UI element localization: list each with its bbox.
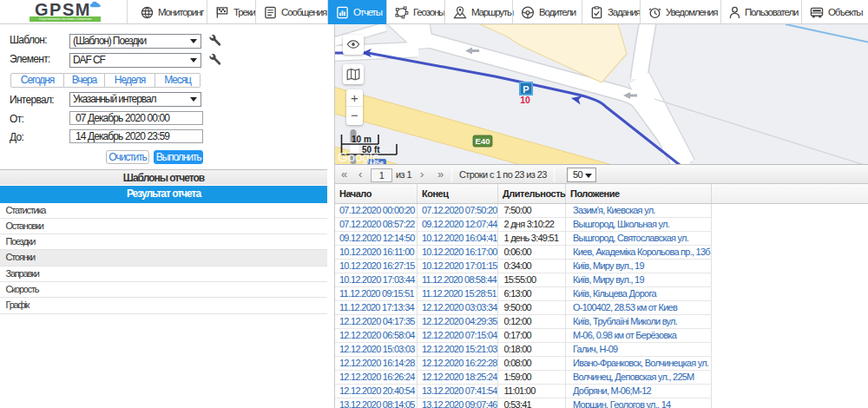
svg-text:10: 10	[520, 95, 530, 105]
svg-text:P: P	[523, 84, 529, 95]
svg-text:E40: E40	[476, 136, 490, 146]
svg-text:Google: Google	[338, 149, 379, 164]
svg-text:10 m: 10 m	[352, 135, 372, 144]
